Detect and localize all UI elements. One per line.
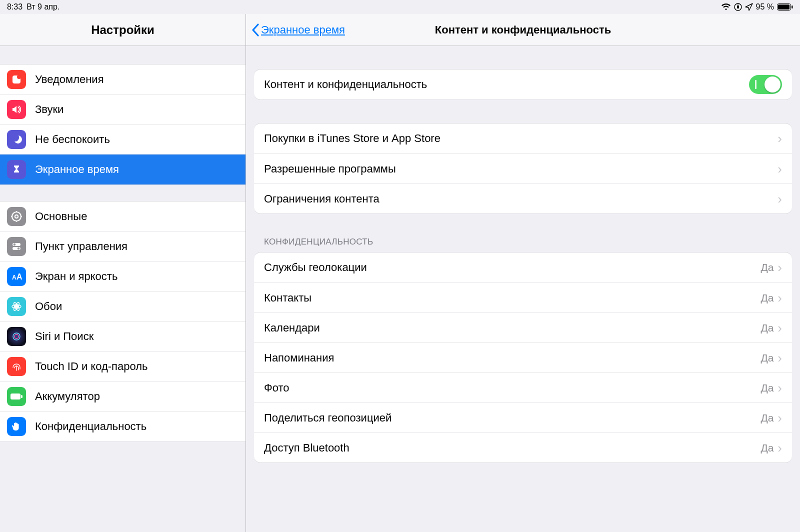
svg-point-24 [14, 334, 18, 338]
chevron-right-icon: › [778, 352, 782, 364]
detail-header: Экранное время Контент и конфиденциально… [246, 14, 800, 46]
settings-sidebar: Настройки Уведомления Звуки [0, 14, 246, 532]
toggles-icon [7, 237, 26, 256]
sidebar-item-siri[interactable]: Siri и Поиск [0, 322, 246, 352]
svg-rect-1 [737, 6, 739, 8]
row-value: Да [760, 442, 774, 454]
chevron-right-icon: › [778, 382, 782, 394]
detail-title: Контент и конфиденциальность [435, 24, 611, 36]
row-label: Службы геолокации [264, 261, 760, 274]
sidebar-item-sounds[interactable]: Звуки [0, 94, 246, 124]
sidebar-item-label: Экран и яркость [35, 270, 118, 283]
chevron-right-icon: › [778, 292, 782, 304]
sidebar-item-privacy[interactable]: Конфиденциальность [0, 412, 246, 442]
row-label: Покупки в iTunes Store и App Store [264, 132, 778, 145]
sidebar-item-wallpaper[interactable]: Обои [0, 292, 246, 322]
sidebar-item-label: Основные [35, 210, 87, 223]
sidebar-item-battery[interactable]: Аккумулятор [0, 382, 246, 412]
sidebar-item-screentime[interactable]: Экранное время [0, 154, 246, 184]
chevron-left-icon [251, 23, 260, 37]
row-value: Да [760, 322, 774, 334]
row-label: Поделиться геопозицией [264, 412, 760, 424]
sidebar-item-label: Уведомления [35, 73, 104, 86]
sidebar-item-label: Экранное время [35, 163, 119, 176]
sidebar-item-label: Не беспокоить [35, 133, 110, 146]
allowed-apps-row[interactable]: Разрешенные программы › [254, 154, 792, 184]
location-icon [745, 3, 753, 11]
hand-icon [7, 417, 26, 436]
row-value: Да [760, 412, 774, 424]
sidebar-item-notifications[interactable]: Уведомления [0, 64, 246, 94]
bluetooth-row[interactable]: Доступ Bluetooth Да › [254, 432, 792, 462]
status-date: Вт 9 апр. [26, 2, 60, 12]
calendars-row[interactable]: Календари Да › [254, 312, 792, 342]
fingerprint-icon [7, 357, 26, 376]
sidebar-item-label: Touch ID и код-пароль [35, 360, 148, 373]
location-services-row[interactable]: Службы геолокации Да › [254, 252, 792, 282]
sidebar-item-general[interactable]: Основные [0, 202, 246, 232]
row-label: Контакты [264, 292, 760, 304]
chevron-right-icon: › [778, 442, 782, 454]
row-label: Календари [264, 322, 760, 334]
share-location-row[interactable]: Поделиться геопозицией Да › [254, 402, 792, 432]
row-label: Разрешенные программы [264, 162, 778, 176]
chevron-right-icon: › [778, 412, 782, 424]
sidebar-item-controlcenter[interactable]: Пункт управления [0, 232, 246, 262]
toggle-switch[interactable] [749, 75, 782, 94]
svg-point-14 [14, 243, 16, 245]
svg-point-7 [12, 212, 21, 221]
sidebar-item-display[interactable]: AA Экран и яркость [0, 262, 246, 292]
contacts-row[interactable]: Контакты Да › [254, 282, 792, 312]
status-time: 8:33 [7, 2, 22, 12]
moon-icon [7, 130, 26, 149]
itunes-appstore-row[interactable]: Покупки в iTunes Store и App Store › [254, 124, 792, 154]
chevron-right-icon: › [778, 322, 782, 334]
text-size-icon: AA [7, 267, 26, 286]
svg-point-8 [15, 214, 18, 218]
back-button[interactable]: Экранное время [251, 14, 345, 46]
svg-text:A: A [16, 272, 22, 281]
back-label: Экранное время [261, 24, 345, 36]
svg-point-6 [17, 75, 21, 79]
row-value: Да [760, 262, 774, 274]
row-label: Напоминания [264, 352, 760, 364]
siri-icon [7, 327, 26, 346]
wifi-icon [721, 4, 731, 10]
master-toggle-section: Контент и конфиденциальность [254, 69, 792, 100]
sidebar-item-touchid[interactable]: Touch ID и код-пароль [0, 352, 246, 382]
row-value: Да [760, 352, 774, 364]
chevron-right-icon: › [778, 132, 782, 145]
row-label: Фото [264, 382, 760, 394]
sidebar-item-label: Конфиденциальность [35, 420, 146, 433]
status-bar: 8:33 Вт 9 апр. 95 % [0, 0, 800, 14]
sidebar-item-label: Пункт управления [35, 240, 128, 253]
content-privacy-toggle-row[interactable]: Контент и конфиденциальность [254, 70, 792, 100]
row-value: Да [760, 292, 774, 304]
battery-percent: 95 % [756, 2, 774, 12]
sidebar-title: Настройки [0, 14, 246, 46]
reminders-row[interactable]: Напоминания Да › [254, 342, 792, 372]
svg-rect-25 [10, 394, 20, 400]
row-label: Ограничения контента [264, 192, 778, 206]
sidebar-item-label: Обои [35, 300, 62, 313]
chevron-right-icon: › [778, 162, 782, 176]
svg-text:A: A [12, 274, 16, 281]
battery-icon [777, 4, 793, 10]
restrictions-section: Покупки в iTunes Store и App Store › Раз… [254, 123, 792, 214]
svg-point-16 [18, 247, 20, 249]
sidebar-item-label: Аккумулятор [35, 390, 100, 403]
battery-icon [7, 387, 26, 406]
sidebar-item-dnd[interactable]: Не беспокоить [0, 124, 246, 154]
content-restrictions-row[interactable]: Ограничения контента › [254, 184, 792, 214]
svg-rect-3 [778, 4, 790, 10]
sidebar-item-label: Звуки [35, 103, 64, 116]
chevron-right-icon: › [778, 192, 782, 206]
row-label: Доступ Bluetooth [264, 442, 760, 454]
photos-row[interactable]: Фото Да › [254, 372, 792, 402]
sidebar-list: Уведомления Звуки Не беспокоить [0, 46, 246, 532]
toggle-label: Контент и конфиденциальность [264, 78, 749, 91]
flower-icon [7, 297, 26, 316]
sounds-icon [7, 100, 26, 119]
gear-icon [7, 207, 26, 226]
svg-rect-4 [792, 6, 793, 8]
